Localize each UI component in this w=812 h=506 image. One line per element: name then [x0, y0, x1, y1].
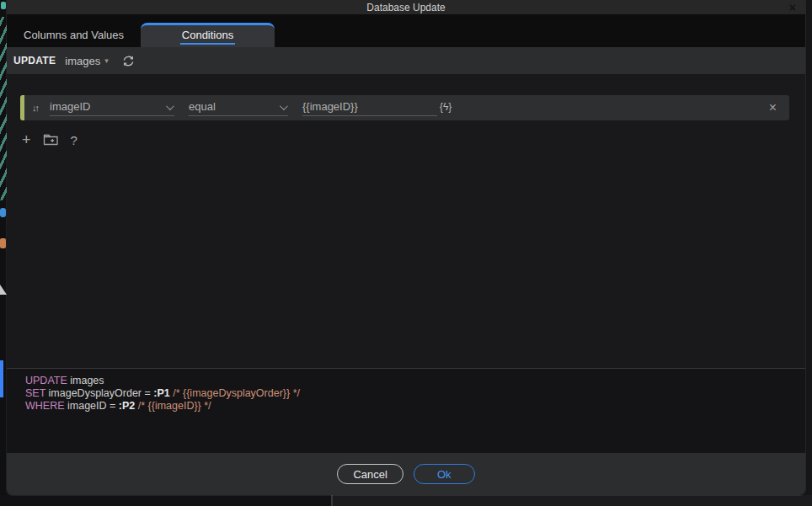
- ok-button[interactable]: Ok: [414, 464, 475, 484]
- tab-strip: Columns and Values Conditions: [7, 14, 805, 47]
- sort-drag-handle-icon[interactable]: ↓↑: [32, 103, 40, 113]
- conditions-panel: ↓↑ imageID equal {{imageID}} {ϟ} × +: [7, 74, 805, 368]
- background-triangle: [0, 285, 7, 295]
- table-dropdown[interactable]: images ▾: [65, 55, 108, 67]
- background-glyph: [0, 208, 6, 217]
- condition-operator-select[interactable]: equal: [189, 99, 288, 116]
- chevron-down-icon: [280, 102, 288, 110]
- cancel-button[interactable]: Cancel: [337, 464, 403, 484]
- condition-value-input[interactable]: {{imageID}}: [302, 99, 437, 116]
- background-glyph: [0, 238, 6, 248]
- tab-conditions[interactable]: Conditions: [141, 23, 275, 47]
- statement-toolbar: UPDATE images ▾: [7, 47, 805, 74]
- refresh-icon[interactable]: [121, 54, 136, 68]
- sql-preview: UPDATE images SET imageDysplayOrder = :P…: [7, 368, 805, 453]
- condition-accent-bar: [20, 95, 24, 120]
- help-icon[interactable]: ?: [71, 134, 77, 146]
- sql-line: WHERE imageID = :P2 /* {{imageID}} */: [25, 400, 805, 413]
- tab-columns-and-values[interactable]: Columns and Values: [7, 23, 141, 47]
- database-update-dialog: Database Update × Columns and Values Con…: [7, 0, 805, 495]
- sql-line: SET imageDysplayOrder = :P1 /* {{imageDy…: [25, 387, 805, 400]
- background-app-bottom-strip: [0, 495, 812, 506]
- condition-field-select[interactable]: imageID: [50, 99, 174, 116]
- background-app-left-sliver: [0, 0, 7, 495]
- background-app-right-sliver: [805, 0, 812, 495]
- add-condition-icon[interactable]: +: [22, 132, 31, 147]
- condition-actions: + ?: [22, 131, 789, 148]
- dialog-footer: Cancel Ok: [7, 453, 805, 495]
- close-icon[interactable]: ×: [789, 0, 796, 14]
- condition-row: ↓↑ imageID equal {{imageID}} {ϟ} ×: [20, 95, 789, 120]
- statement-keyword: UPDATE: [13, 55, 56, 67]
- chevron-down-icon: [166, 102, 174, 110]
- add-group-folder-icon[interactable]: [43, 133, 59, 146]
- background-selection-bar: [0, 360, 3, 397]
- formula-binding-icon[interactable]: {ϟ}: [440, 101, 451, 115]
- remove-condition-icon[interactable]: ×: [769, 101, 777, 115]
- sql-line: UPDATE images: [25, 375, 805, 387]
- caret-down-icon: ▾: [104, 56, 109, 65]
- dialog-title: Database Update: [366, 2, 445, 13]
- background-glyph: [1, 2, 6, 9]
- dialog-titlebar: Database Update ×: [7, 0, 805, 14]
- background-code-pattern: [0, 17, 7, 200]
